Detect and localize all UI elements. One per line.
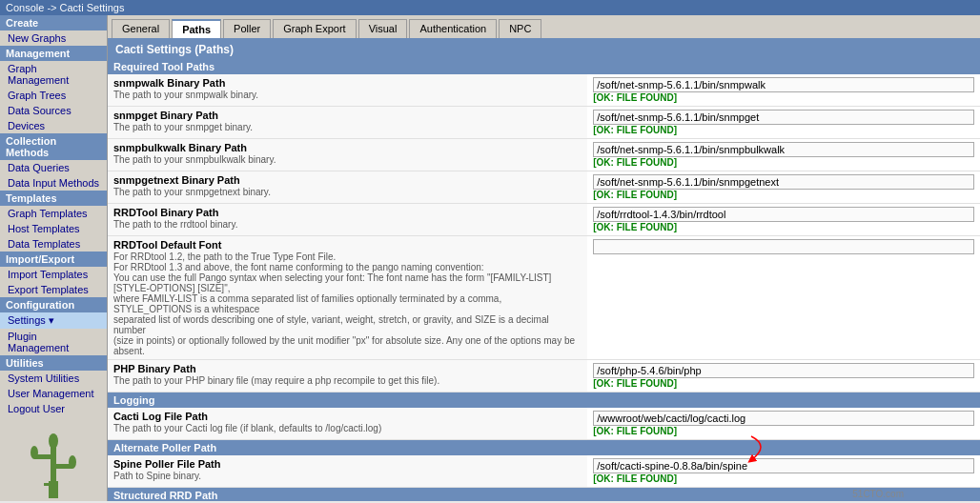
status-rrdtool: [OK: FILE FOUND] bbox=[593, 222, 974, 232]
field-desc-snmpget: The path to your snmpget binary. bbox=[113, 122, 582, 132]
field-name-php: PHP Binary Path bbox=[113, 363, 582, 374]
sidebar-item-graph-templates[interactable]: Graph Templates bbox=[0, 206, 107, 221]
status-snmpbulkwalk: [OK: FILE FOUND] bbox=[593, 157, 974, 168]
field-name-snmpbulkwalk: snmpbulkwalk Binary Path bbox=[113, 142, 582, 153]
field-name-snmpget: snmpget Binary Path bbox=[113, 110, 582, 121]
field-desc-spine: Path to Spine binary. bbox=[113, 471, 582, 481]
input-snmpgetnext[interactable] bbox=[593, 174, 974, 190]
sidebar-item-new-graphs[interactable]: New Graphs bbox=[0, 30, 107, 46]
table-row: RRDTool Default Font For RRDtool 1.2, th… bbox=[108, 236, 980, 360]
section-alternate-poller: Alternate Poller Path bbox=[108, 440, 980, 455]
table-row: snmpgetnext Binary Path The path to your… bbox=[108, 171, 980, 204]
table-row: PHP Binary Path The path to your PHP bin… bbox=[108, 360, 980, 392]
field-desc-rrdtool-font: For RRDtool 1.2, the path to the True Ty… bbox=[113, 252, 582, 356]
section-structured-rrd: Structured RRD Path bbox=[108, 488, 980, 501]
sidebar-item-graph-trees[interactable]: Graph Trees bbox=[0, 88, 107, 103]
svg-point-7 bbox=[69, 455, 76, 469]
input-rrdtool-font[interactable] bbox=[593, 239, 974, 254]
sidebar-item-logout-user[interactable]: Logout User bbox=[0, 401, 107, 416]
tab-npc[interactable]: NPC bbox=[499, 19, 541, 38]
field-name-snmpgetnext: snmpgetnext Binary Path bbox=[113, 174, 582, 186]
status-spine: [OK: FILE FOUND] bbox=[593, 473, 974, 484]
section-required-tools: Required Tool Paths bbox=[108, 59, 980, 74]
sidebar-item-system-utilities[interactable]: System Utilities bbox=[0, 371, 107, 386]
status-php: [OK: FILE FOUND] bbox=[593, 378, 974, 389]
sidebar-item-user-management[interactable]: User Management bbox=[0, 386, 107, 401]
cactus-logo bbox=[25, 424, 82, 500]
section-logging: Logging bbox=[108, 392, 980, 408]
input-snmpget[interactable] bbox=[593, 110, 974, 125]
sidebar-item-host-templates[interactable]: Host Templates bbox=[0, 221, 107, 236]
status-snmpget: [OK: FILE FOUND] bbox=[593, 125, 974, 135]
field-name-spine: Spine Poller File Path bbox=[113, 458, 582, 470]
sidebar-item-data-templates[interactable]: Data Templates bbox=[0, 236, 107, 252]
tab-authentication[interactable]: Authentication bbox=[409, 19, 497, 38]
tab-poller[interactable]: Poller bbox=[223, 19, 271, 38]
sidebar-item-export-templates[interactable]: Export Templates bbox=[0, 282, 107, 297]
table-row: snmpget Binary Path The path to your snm… bbox=[108, 107, 980, 139]
tab-visual[interactable]: Visual bbox=[358, 19, 408, 38]
table-row: RRDTool Binary Path The path to the rrdt… bbox=[108, 204, 980, 236]
input-cacti-log[interactable] bbox=[593, 411, 974, 426]
field-desc-snmpbulkwalk: The path to your snmpbulkwalk binary. bbox=[113, 154, 582, 165]
status-snmpgetnext: [OK: FILE FOUND] bbox=[593, 190, 974, 200]
field-desc-snmpgetnext: The path to your snmpgetnext binary. bbox=[113, 187, 582, 197]
sidebar-configuration-header: Configuration bbox=[0, 297, 107, 312]
field-desc-php: The path to your PHP binary file (may re… bbox=[113, 375, 582, 386]
sidebar-management-header: Management bbox=[0, 46, 107, 61]
poller-table: Spine Poller File Path Path to Spine bin… bbox=[108, 455, 980, 488]
sidebar-item-settings[interactable]: Settings ▾ bbox=[0, 312, 107, 329]
sidebar-item-graph-management[interactable]: Graph Management bbox=[0, 61, 107, 88]
sidebar-item-plugin-management[interactable]: Plugin Management bbox=[0, 329, 107, 355]
sidebar-item-data-input-methods[interactable]: Data Input Methods bbox=[0, 175, 107, 191]
table-row: Spine Poller File Path Path to Spine bin… bbox=[108, 455, 980, 488]
field-desc-cacti-log: The path to your Cacti log file (if blan… bbox=[113, 423, 582, 433]
sidebar-collection-header: Collection Methods bbox=[0, 133, 107, 160]
logging-table: Cacti Log File Path The path to your Cac… bbox=[108, 408, 980, 440]
status-cacti-log: [OK: FILE FOUND] bbox=[593, 426, 974, 436]
sidebar-create-header: Create bbox=[0, 15, 107, 30]
input-spine[interactable] bbox=[593, 458, 974, 473]
field-name-cacti-log: Cacti Log File Path bbox=[113, 411, 582, 422]
field-name-rrdtool-font: RRDTool Default Font bbox=[113, 239, 582, 251]
sidebar-utilities-header: Utilities bbox=[0, 355, 107, 371]
settings-table: snmpwalk Binary Path The path to your sn… bbox=[108, 74, 980, 392]
sidebar-item-devices[interactable]: Devices bbox=[0, 118, 107, 133]
svg-point-5 bbox=[31, 446, 38, 459]
page-title: Cacti Settings (Paths) bbox=[108, 40, 980, 59]
input-snmpbulkwalk[interactable] bbox=[593, 142, 974, 157]
field-name-rrdtool: RRDTool Binary Path bbox=[113, 207, 582, 218]
input-snmpwalk[interactable] bbox=[593, 77, 974, 92]
sidebar-item-data-sources[interactable]: Data Sources bbox=[0, 103, 107, 118]
field-desc-snmpwalk: The path to your snmpwalk binary. bbox=[113, 90, 582, 100]
tab-graph-export[interactable]: Graph Export bbox=[273, 19, 356, 38]
top-bar: Console -> Cacti Settings bbox=[0, 0, 980, 15]
tabs-container: General Paths Poller Graph Export Visual… bbox=[108, 15, 980, 40]
sidebar: Create New Graphs Management Graph Manag… bbox=[0, 15, 108, 501]
content-area: General Paths Poller Graph Export Visual… bbox=[108, 15, 980, 501]
tab-general[interactable]: General bbox=[112, 19, 170, 38]
watermark: 51CTO.com bbox=[852, 489, 904, 499]
tab-paths[interactable]: Paths bbox=[172, 19, 221, 38]
sidebar-cactus bbox=[0, 416, 107, 501]
table-row: snmpbulkwalk Binary Path The path to you… bbox=[108, 139, 980, 171]
status-snmpwalk: [OK: FILE FOUND] bbox=[593, 92, 974, 103]
table-row: snmpwalk Binary Path The path to your sn… bbox=[108, 74, 980, 107]
field-name-snmpwalk: snmpwalk Binary Path bbox=[113, 77, 582, 89]
table-row: Cacti Log File Path The path to your Cac… bbox=[108, 408, 980, 440]
breadcrumb: Console -> Cacti Settings bbox=[6, 2, 124, 13]
field-desc-rrdtool: The path to the rrdtool binary. bbox=[113, 219, 582, 230]
sidebar-importexport-header: Import/Export bbox=[0, 252, 107, 267]
sidebar-item-data-queries[interactable]: Data Queries bbox=[0, 160, 107, 175]
input-php[interactable] bbox=[593, 363, 974, 378]
svg-point-3 bbox=[49, 433, 58, 449]
sidebar-templates-header: Templates bbox=[0, 191, 107, 206]
input-rrdtool[interactable] bbox=[593, 207, 974, 222]
sidebar-item-import-templates[interactable]: Import Templates bbox=[0, 267, 107, 282]
